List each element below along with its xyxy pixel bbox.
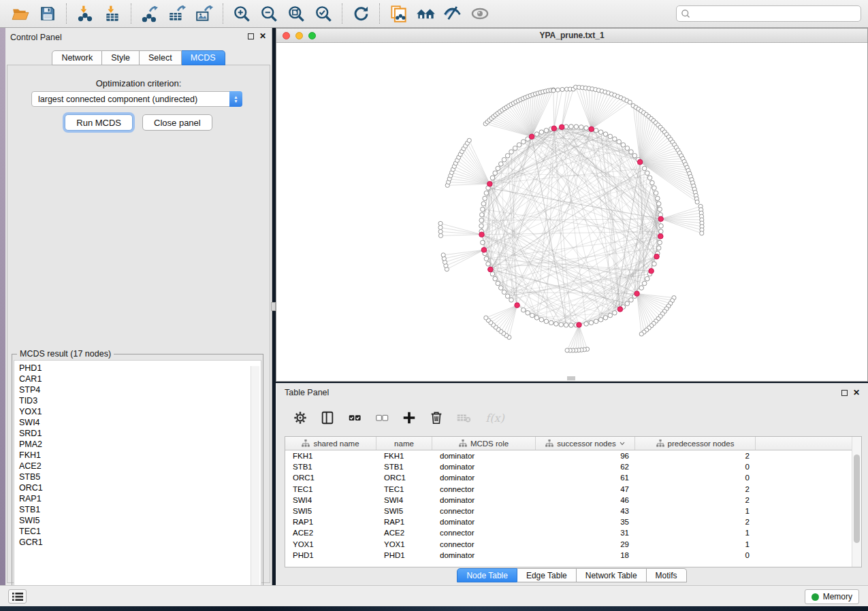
network-node[interactable] — [490, 176, 495, 180]
column-header-MCDS-role[interactable]: MCDS role — [432, 437, 536, 450]
network-node[interactable] — [574, 125, 579, 129]
save-session-icon[interactable] — [34, 3, 61, 24]
network-node[interactable] — [556, 88, 560, 92]
network-node[interactable] — [658, 229, 663, 234]
tab-mcds[interactable]: MCDS — [182, 50, 225, 65]
network-node[interactable] — [513, 146, 517, 151]
close-table-panel-icon[interactable]: ✕ — [853, 389, 860, 396]
mcds-result-item[interactable]: PMA2 — [19, 439, 261, 450]
cell-successor_nodes[interactable]: 43 — [536, 507, 635, 515]
cell-shared_name[interactable]: ORC1 — [285, 474, 376, 482]
network-node[interactable] — [700, 231, 704, 235]
dominator-node[interactable] — [589, 127, 594, 132]
mcds-result-item[interactable]: CAR1 — [19, 374, 261, 384]
network-node[interactable] — [613, 137, 617, 142]
network-node[interactable] — [438, 233, 443, 237]
cell-name[interactable]: ACE2 — [376, 529, 432, 537]
network-node[interactable] — [569, 125, 574, 129]
network-node[interactable] — [496, 281, 500, 286]
column-header-successor-nodes[interactable]: successor nodes — [536, 437, 635, 450]
cell-name[interactable]: RAP1 — [376, 518, 432, 526]
network-node[interactable] — [656, 196, 660, 201]
network-node[interactable] — [498, 162, 503, 167]
export-table-icon[interactable] — [163, 3, 191, 24]
cell-shared_name[interactable]: PHD1 — [285, 551, 376, 559]
column-header-predecessor-nodes[interactable]: predecessor nodes — [635, 437, 756, 450]
optimization-criterion-select[interactable]: largest connected component (undirected)… — [31, 91, 242, 107]
network-node[interactable] — [534, 316, 539, 320]
network-node[interactable] — [496, 166, 500, 171]
network-node[interactable] — [621, 143, 626, 148]
cell-predecessor_nodes[interactable]: 0 — [635, 463, 756, 471]
dominator-node[interactable] — [551, 126, 557, 131]
memory-button[interactable]: Memory — [805, 589, 859, 604]
cell-predecessor_nodes[interactable]: 2 — [635, 518, 756, 526]
close-panel-icon[interactable]: ✕ — [259, 33, 266, 39]
cell-mcds_role[interactable]: connector — [432, 529, 536, 537]
network-canvas[interactable] — [276, 43, 867, 381]
zoom-out-icon[interactable] — [255, 3, 283, 24]
network-node[interactable] — [608, 134, 613, 139]
import-network-icon[interactable] — [71, 3, 99, 24]
cell-successor_nodes[interactable]: 96 — [536, 452, 635, 460]
cell-successor_nodes[interactable]: 47 — [536, 485, 635, 493]
mcds-result-item[interactable]: SWI4 — [19, 417, 261, 428]
network-node[interactable] — [509, 150, 514, 154]
network-node[interactable] — [625, 146, 630, 151]
cell-name[interactable]: ORC1 — [376, 474, 432, 482]
network-node[interactable] — [617, 139, 622, 144]
network-node[interactable] — [658, 240, 662, 245]
import-table-icon[interactable] — [99, 3, 126, 24]
network-node[interactable] — [481, 240, 485, 245]
network-node[interactable] — [521, 139, 526, 144]
network-node[interactable] — [569, 323, 574, 328]
network-node[interactable] — [603, 132, 608, 137]
cell-successor_nodes[interactable]: 18 — [536, 551, 635, 559]
hide-selected-icon[interactable] — [439, 3, 466, 24]
dominator-node[interactable] — [649, 268, 654, 274]
dominator-node[interactable] — [634, 291, 640, 297]
network-node[interactable] — [629, 150, 634, 154]
mcds-result-item[interactable]: SRD1 — [19, 428, 261, 439]
network-node[interactable] — [584, 126, 589, 131]
mcds-result-item[interactable]: GCR1 — [19, 537, 261, 548]
mcds-result-item[interactable]: RAP1 — [19, 493, 261, 504]
zoom-fit-icon[interactable] — [283, 3, 310, 24]
table-row[interactable]: TEC1TEC1connector472 — [285, 484, 861, 495]
column-header-shared-name[interactable]: shared name — [285, 437, 376, 450]
network-node[interactable] — [695, 200, 699, 204]
dominator-node[interactable] — [529, 134, 534, 139]
mcds-list-scrollbar[interactable] — [251, 366, 259, 602]
tab-network-table[interactable]: Network Table — [577, 568, 647, 582]
cell-name[interactable]: SWI4 — [376, 496, 432, 504]
deselect-all-icon[interactable] — [372, 408, 391, 428]
mcds-result-item[interactable]: FKH1 — [19, 450, 261, 461]
network-node[interactable] — [650, 180, 655, 185]
network-node[interactable] — [539, 318, 544, 323]
cell-predecessor_nodes[interactable]: 1 — [635, 507, 756, 515]
network-node[interactable] — [486, 262, 491, 267]
network-node[interactable] — [625, 301, 630, 306]
table-row[interactable]: ORC1ORC1dominator610 — [285, 472, 861, 483]
column-header-name[interactable]: name — [376, 437, 432, 450]
dominator-node[interactable] — [515, 303, 520, 308]
network-node[interactable] — [509, 298, 514, 303]
network-node[interactable] — [493, 171, 498, 176]
cell-predecessor_nodes[interactable]: 1 — [635, 540, 756, 548]
mcds-result-item[interactable]: STB1 — [19, 504, 261, 515]
network-node[interactable] — [652, 186, 657, 191]
table-row[interactable]: PHD1PHD1dominator180 — [285, 550, 861, 561]
mcds-result-item[interactable]: STB5 — [19, 472, 261, 482]
network-node[interactable] — [544, 319, 549, 324]
window-minimize-icon[interactable] — [295, 32, 303, 39]
dominator-node[interactable] — [637, 159, 643, 165]
table-row[interactable]: FKH1FKH1dominator962 — [285, 450, 861, 461]
table-row[interactable]: SWI5SWI5connector431 — [285, 506, 861, 516]
zoom-in-icon[interactable] — [228, 3, 255, 24]
network-node[interactable] — [639, 332, 643, 336]
network-node[interactable] — [589, 320, 594, 325]
export-network-icon[interactable] — [136, 3, 163, 24]
cell-name[interactable]: YOX1 — [376, 540, 432, 548]
dominator-node[interactable] — [577, 323, 582, 328]
table-row[interactable]: STB1STB1dominator620 — [285, 461, 861, 472]
